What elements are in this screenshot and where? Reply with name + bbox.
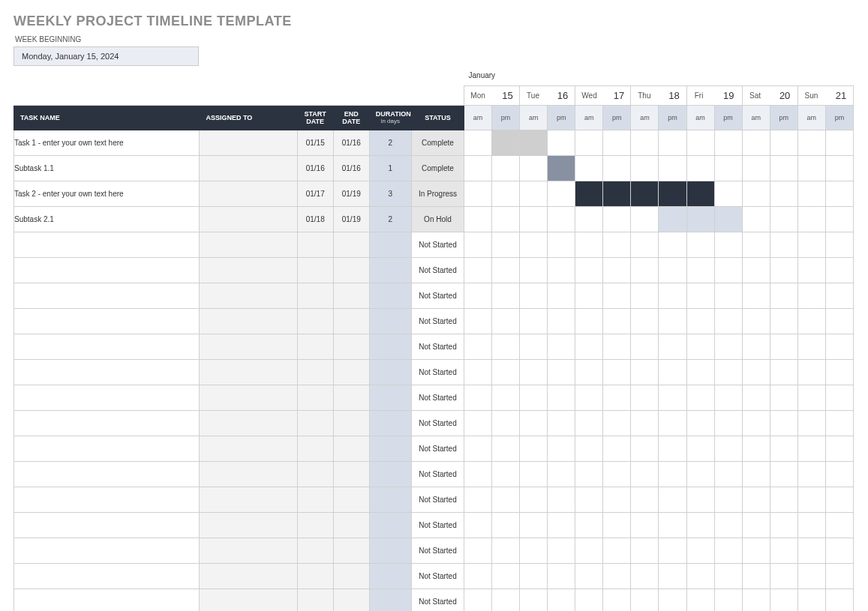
assigned-to-cell[interactable] [200, 512, 297, 538]
assigned-to-cell[interactable] [200, 130, 297, 155]
start-date-cell[interactable] [297, 487, 333, 512]
status-cell[interactable]: Complete [411, 130, 464, 155]
status-cell[interactable]: Not Started [411, 563, 464, 589]
end-date-cell[interactable] [333, 359, 369, 385]
status-cell[interactable]: Not Started [411, 359, 464, 385]
end-date-cell[interactable] [333, 487, 369, 512]
assigned-to-cell[interactable] [200, 334, 297, 359]
start-date-cell[interactable] [297, 589, 333, 611]
task-name-cell[interactable] [14, 436, 200, 461]
end-date-cell[interactable]: 01/19 [333, 206, 369, 232]
assigned-to-cell[interactable] [200, 487, 297, 512]
start-date-cell[interactable] [297, 334, 333, 359]
gantt-cell [686, 538, 714, 563]
end-date-cell[interactable] [333, 385, 369, 410]
start-date-cell[interactable]: 01/17 [297, 181, 333, 206]
task-name-cell[interactable] [14, 410, 200, 436]
status-cell[interactable]: Not Started [411, 283, 464, 308]
assigned-to-cell[interactable] [200, 308, 297, 334]
start-date-cell[interactable] [297, 410, 333, 436]
end-date-cell[interactable] [333, 283, 369, 308]
task-name-cell[interactable] [14, 589, 200, 611]
task-name-cell[interactable] [14, 308, 200, 334]
end-date-cell[interactable] [333, 563, 369, 589]
end-date-cell[interactable] [333, 232, 369, 257]
start-date-cell[interactable]: 01/18 [297, 206, 333, 232]
end-date-cell[interactable] [333, 538, 369, 563]
status-cell[interactable]: Not Started [411, 461, 464, 487]
end-date-cell[interactable]: 01/16 [333, 130, 369, 155]
start-date-cell[interactable] [297, 257, 333, 283]
status-cell[interactable]: Not Started [411, 334, 464, 359]
task-name-cell[interactable]: Task 1 - enter your own text here [14, 130, 200, 155]
task-name-cell[interactable] [14, 257, 200, 283]
end-date-cell[interactable] [333, 257, 369, 283]
status-cell[interactable]: Not Started [411, 589, 464, 611]
status-cell[interactable]: Not Started [411, 410, 464, 436]
task-name-cell[interactable]: Task 2 - enter your own text here [14, 181, 200, 206]
status-cell[interactable]: Not Started [411, 232, 464, 257]
assigned-to-cell[interactable] [200, 538, 297, 563]
start-date-cell[interactable] [297, 283, 333, 308]
start-date-cell[interactable] [297, 359, 333, 385]
assigned-to-cell[interactable] [200, 283, 297, 308]
status-cell[interactable]: Not Started [411, 308, 464, 334]
end-date-cell[interactable]: 01/16 [333, 155, 369, 181]
start-date-cell[interactable] [297, 232, 333, 257]
status-cell[interactable]: Not Started [411, 538, 464, 563]
start-date-cell[interactable] [297, 538, 333, 563]
assigned-to-cell[interactable] [200, 410, 297, 436]
assigned-to-cell[interactable] [200, 385, 297, 410]
assigned-to-cell[interactable] [200, 181, 297, 206]
gantt-cell [659, 589, 686, 611]
status-cell[interactable]: Not Started [411, 436, 464, 461]
task-name-cell[interactable] [14, 563, 200, 589]
status-cell[interactable]: Complete [411, 155, 464, 181]
task-name-cell[interactable] [14, 487, 200, 512]
assigned-to-cell[interactable] [200, 257, 297, 283]
status-cell[interactable]: Not Started [411, 512, 464, 538]
task-name-cell[interactable] [14, 538, 200, 563]
start-date-cell[interactable] [297, 563, 333, 589]
start-date-cell[interactable] [297, 461, 333, 487]
status-cell[interactable]: On Hold [411, 206, 464, 232]
task-name-cell[interactable] [14, 512, 200, 538]
assigned-to-cell[interactable] [200, 436, 297, 461]
task-name-cell[interactable] [14, 385, 200, 410]
status-cell[interactable]: Not Started [411, 385, 464, 410]
start-date-cell[interactable]: 01/16 [297, 155, 333, 181]
assigned-to-cell[interactable] [200, 461, 297, 487]
assigned-to-cell[interactable] [200, 563, 297, 589]
task-name-cell[interactable] [14, 283, 200, 308]
end-date-cell[interactable] [333, 589, 369, 611]
end-date-cell[interactable] [333, 436, 369, 461]
week-beginning-value[interactable]: Monday, January 15, 2024 [14, 46, 199, 66]
end-date-cell[interactable] [333, 410, 369, 436]
assigned-to-cell[interactable] [200, 155, 297, 181]
task-name-cell[interactable] [14, 461, 200, 487]
start-date-cell[interactable] [297, 512, 333, 538]
gantt-cell [464, 155, 492, 181]
assigned-to-cell[interactable] [200, 206, 297, 232]
end-date-cell[interactable] [333, 461, 369, 487]
assigned-to-cell[interactable] [200, 589, 297, 611]
end-date-cell[interactable] [333, 308, 369, 334]
end-date-cell[interactable]: 01/19 [333, 181, 369, 206]
end-date-cell[interactable] [333, 512, 369, 538]
task-name-cell[interactable] [14, 232, 200, 257]
assigned-to-cell[interactable] [200, 232, 297, 257]
gantt-cell [548, 563, 575, 589]
status-cell[interactable]: In Progress [411, 181, 464, 206]
start-date-cell[interactable] [297, 308, 333, 334]
start-date-cell[interactable] [297, 385, 333, 410]
task-name-cell[interactable]: Subtask 2.1 [14, 206, 200, 232]
status-cell[interactable]: Not Started [411, 487, 464, 512]
end-date-cell[interactable] [333, 334, 369, 359]
task-name-cell[interactable] [14, 334, 200, 359]
status-cell[interactable]: Not Started [411, 257, 464, 283]
task-name-cell[interactable]: Subtask 1.1 [14, 155, 200, 181]
start-date-cell[interactable] [297, 436, 333, 461]
assigned-to-cell[interactable] [200, 359, 297, 385]
start-date-cell[interactable]: 01/15 [297, 130, 333, 155]
task-name-cell[interactable] [14, 359, 200, 385]
